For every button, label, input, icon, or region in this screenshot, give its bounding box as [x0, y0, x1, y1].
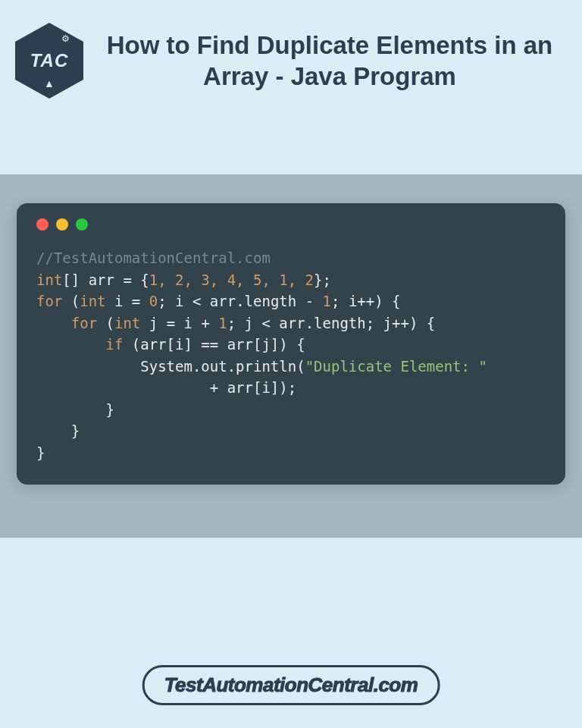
code-token: System.out.println( [140, 358, 305, 375]
minimize-icon [56, 218, 68, 231]
code-token: j = i + [140, 315, 218, 331]
code-token: ; j < arr.length; j++) { [227, 315, 436, 331]
code-token [36, 336, 106, 353]
code-token: (arr[i] == arr[j]) { [123, 336, 305, 353]
code-token: 0 [149, 293, 158, 309]
page-title: How to Find Duplicate Elements in an Arr… [92, 30, 567, 93]
code-token: for [36, 293, 62, 309]
code-token: 1 [218, 315, 227, 331]
logo-badge: ⚙ TAC ▲ [15, 23, 83, 99]
code-block: //TestAutomationCentral.com int[] arr = … [36, 247, 546, 463]
code-comment: //TestAutomationCentral.com [36, 249, 271, 266]
logo-text: TAC [30, 50, 69, 71]
code-token: ( [97, 315, 114, 331]
code-token: ; i < arr.length - [158, 293, 322, 309]
code-token: [] arr = { [62, 271, 149, 288]
code-token [36, 379, 210, 396]
code-token: } [36, 444, 45, 461]
footer-badge: TestAutomationCentral.com [142, 665, 440, 705]
code-token: if [106, 336, 124, 353]
code-token: + arr[i]); [210, 379, 296, 396]
cube-icon: ▲ [44, 77, 55, 89]
code-token: int [36, 271, 62, 288]
code-token: 1, 2, 3, 4, 5, 1, 2 [149, 271, 314, 288]
code-token: }; [314, 271, 331, 288]
code-token: i = [106, 293, 149, 309]
header: ⚙ TAC ▲ How to Find Duplicate Elements i… [0, 0, 582, 114]
code-token: int [114, 315, 140, 331]
code-token [36, 358, 140, 375]
gear-icon: ⚙ [61, 33, 70, 44]
window-controls [36, 218, 546, 231]
code-token [36, 315, 71, 331]
code-window: //TestAutomationCentral.com int[] arr = … [17, 203, 565, 485]
code-token: ; i++) { [331, 293, 401, 309]
code-token: } [36, 422, 80, 439]
code-token: ( [62, 293, 80, 309]
code-section: //TestAutomationCentral.com int[] arr = … [0, 174, 582, 538]
code-token: int [80, 293, 105, 309]
code-token: 1 [323, 293, 331, 309]
code-token: for [71, 315, 97, 331]
footer-text: TestAutomationCentral.com [164, 673, 418, 696]
maximize-icon [76, 218, 88, 231]
code-token: } [36, 401, 114, 418]
code-token: "Duplicate Element: " [305, 358, 487, 375]
close-icon [36, 218, 48, 231]
